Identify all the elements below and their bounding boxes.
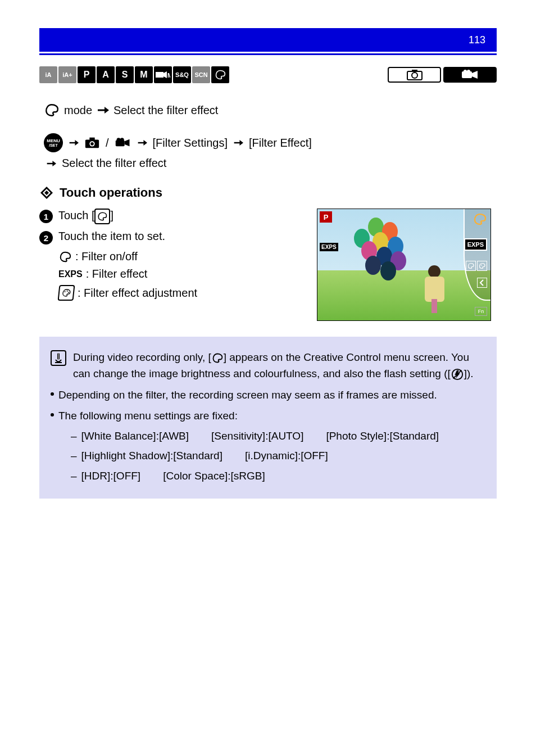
arrow-icon (69, 138, 79, 147)
camera-screenshot: P EXPS EXPS Fn (317, 209, 491, 321)
svg-point-9 (467, 70, 470, 73)
note-line1: During video recording only, [ ] appears… (73, 349, 485, 382)
step-1-badge: 1 (39, 210, 53, 223)
rec-video-icon (443, 67, 497, 83)
camera-icon (84, 136, 100, 150)
palette-icon (44, 103, 60, 117)
path2-after: Select the filter effect (62, 157, 166, 170)
touch-item-a: : Filter on/off (58, 250, 306, 263)
svg-marker-19 (124, 139, 129, 146)
tab-exps[interactable]: EXPS (464, 238, 487, 251)
arrow-icon (97, 105, 109, 115)
svg-marker-27 (52, 161, 56, 166)
svg-marker-7 (472, 71, 478, 79)
note-icon (51, 350, 66, 366)
svg-point-32 (67, 291, 68, 292)
svg-rect-0 (156, 72, 163, 78)
header-divider (39, 53, 497, 55)
mode-a: A (97, 66, 115, 83)
p-mode-badge: P (320, 211, 332, 223)
adjustment-icon (58, 285, 75, 301)
svg-point-4 (412, 73, 417, 78)
arrow-icon (233, 138, 243, 147)
svg-point-21 (120, 138, 124, 142)
svg-text:M: M (167, 72, 170, 79)
step1-post: ] (110, 209, 113, 221)
exps-badge: EXPS (320, 243, 338, 251)
arrow-icon (137, 138, 147, 147)
svg-rect-6 (462, 71, 472, 78)
step2-text: Touch the item to set. (58, 230, 165, 245)
touch-steps: 1 Touch [ ] 2 Touch the item to set. : F… (39, 209, 306, 321)
fn-button[interactable]: Fn (475, 307, 487, 316)
touch-item-b: EXPS : Filter effect (58, 268, 306, 280)
sub3b: [Color Space]:[sRGB] (163, 468, 265, 484)
bullet-icon (51, 413, 54, 417)
note-box: During video recording only, [ ] appears… (39, 337, 497, 499)
svg-marker-11 (105, 107, 109, 114)
mode-ia: iA (39, 66, 57, 83)
svg-point-16 (90, 142, 94, 146)
path-creative: mode Select the filter effect (44, 103, 497, 117)
svg-point-20 (116, 138, 120, 142)
page-number: 113 (469, 34, 485, 46)
sub3a: [HDR]:[OFF] (81, 468, 141, 484)
palette-touch-icon (94, 209, 110, 224)
rec-icons (388, 67, 497, 83)
sub2a: [Highlight Shadow]:[Standard] (81, 447, 222, 464)
svg-point-8 (464, 70, 467, 73)
palette-icon (58, 251, 72, 263)
mode-sq: S&Q (173, 66, 191, 83)
menu-set-icon: MENU/SET (44, 133, 63, 152)
mode-scn: SCN (192, 66, 210, 83)
palette-icon (211, 352, 224, 364)
mode-label: mode (64, 104, 92, 117)
tab-chevron-left-icon[interactable] (477, 278, 487, 288)
filter-effect-label: [Filter Effect] (249, 137, 312, 150)
mode-icons: iA iA+ P A S M M S&Q SCN (39, 66, 229, 83)
arrow-icon (46, 159, 56, 168)
filter-settings-label: [Filter Settings] (153, 137, 228, 150)
mode-row: iA iA+ P A S M M S&Q SCN (39, 66, 497, 83)
tab-palette-icon[interactable] (473, 212, 487, 226)
mode-ia-plus: iA+ (58, 66, 76, 83)
svg-point-34 (481, 265, 482, 266)
sub2b: [i.Dynamic]:[OFF] (245, 447, 328, 464)
svg-point-31 (64, 291, 65, 292)
header-bar: 113 (39, 28, 497, 52)
sub1b: [Sensitivity]:[AUTO] (211, 428, 303, 444)
path1-after: Select the filter effect (113, 104, 218, 117)
svg-marker-23 (143, 140, 147, 146)
svg-marker-1 (163, 71, 167, 78)
diamond-icon (39, 185, 54, 200)
exps-label: EXPS (58, 269, 83, 279)
flash-off-icon (451, 368, 464, 381)
video-icon (115, 137, 131, 149)
svg-marker-25 (239, 140, 243, 146)
mode-creative-control (211, 66, 229, 83)
tab-adjust-icons[interactable] (466, 261, 487, 271)
path-menu: MENU/SET / [Filter Settings] [Filter Eff… (44, 133, 497, 170)
svg-marker-13 (75, 140, 79, 146)
sub1c: [Photo Style]:[Standard] (326, 428, 439, 444)
mode-s: S (116, 66, 134, 83)
touch-heading: Touch operations (39, 185, 497, 200)
note-subhead: The following menu settings are fixed: (58, 408, 485, 424)
svg-rect-5 (412, 70, 417, 72)
bullet-icon (51, 392, 54, 396)
mode-p: P (78, 66, 96, 83)
step-2-badge: 2 (39, 231, 53, 245)
step1-pre: Touch [ (58, 209, 94, 221)
touch-item-c: : Filter effect adjustment (58, 285, 306, 301)
rec-photo-icon (388, 67, 441, 83)
svg-rect-17 (89, 138, 94, 141)
mode-movie-m: M (154, 66, 172, 83)
sub1a: [White Balance]:[AWB] (81, 428, 189, 444)
mode-m: M (135, 66, 153, 83)
note-bullet: Depending on the filter, the recording s… (58, 387, 437, 403)
svg-point-33 (68, 292, 69, 293)
